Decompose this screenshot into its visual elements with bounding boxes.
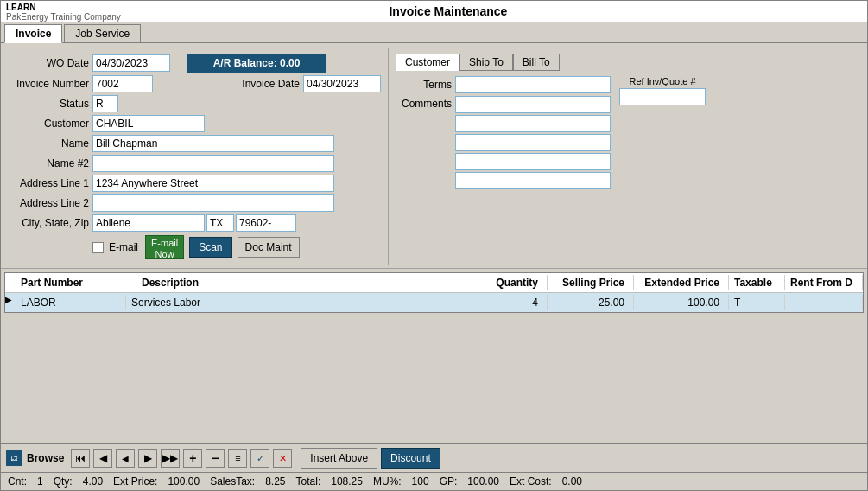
grid-header: Part Number Description Quantity Selling…: [5, 273, 863, 293]
tab-bill-to[interactable]: Bill To: [513, 54, 560, 71]
comment-input-1[interactable]: [455, 96, 611, 113]
email-row: E-mail E-mailNow Scan Doc Maint: [92, 235, 381, 259]
col-header-ext: Extended Price: [634, 275, 729, 290]
invoice-number-row: Invoice Number Invoice Date: [11, 75, 381, 92]
qty-value: 4.00: [83, 475, 103, 488]
col-header-tax: Taxable: [729, 275, 785, 290]
address2-input[interactable]: [92, 194, 334, 212]
table-row[interactable]: ▶ LABOR Services Labor 4 25.00 100.00 T: [5, 293, 863, 312]
bottom-toolbar: 🗂 Browse ⏮ ◀ ◀ ▶ ▶▶ + − ≡ ✓ ✕ Insert Abo…: [1, 443, 867, 472]
row-rent: [785, 295, 863, 310]
comments-section: Comments: [396, 96, 611, 189]
browse-icon: 🗂: [6, 450, 22, 466]
row-qty: 4: [478, 295, 548, 310]
name-label: Name: [11, 137, 89, 150]
customer-row: Customer: [11, 115, 381, 132]
col-header-part: Part Number: [16, 275, 136, 290]
customer-input[interactable]: [92, 115, 205, 132]
ref-label: Ref Inv/Quote #: [629, 76, 695, 86]
email-checkbox[interactable]: [92, 242, 104, 253]
list-button[interactable]: ≡: [228, 449, 247, 468]
main-window: LEARN PakEnergy Training Company Invoice…: [0, 0, 868, 491]
discount-button[interactable]: Discount: [381, 448, 440, 469]
cnt-label: Cnt:: [8, 475, 27, 488]
email-label: E-mail: [109, 241, 138, 253]
city-input[interactable]: [92, 214, 205, 232]
ar-balance-button[interactable]: A/R Balance: 0.00: [187, 54, 326, 73]
add-button[interactable]: +: [183, 449, 202, 468]
name-row: Name: [11, 135, 381, 152]
row-sell: 25.00: [548, 295, 634, 310]
app-company-label: PakEnergy Training Company: [6, 12, 121, 22]
ext-price-value: 100.00: [168, 475, 200, 488]
name2-input[interactable]: [92, 155, 334, 172]
nav-prev-prev-button[interactable]: ◀: [93, 449, 112, 468]
invoice-date-input[interactable]: [303, 75, 381, 92]
ref-section: Ref Inv/Quote #: [619, 76, 706, 105]
right-tabs: Customer Ship To Bill To: [396, 54, 857, 71]
app-learn-label: LEARN: [6, 3, 121, 12]
tab-invoice[interactable]: Invoice: [4, 24, 62, 43]
comment-input-2[interactable]: [455, 115, 611, 132]
ext-cost-value: 0.00: [562, 475, 582, 488]
status-input[interactable]: [92, 95, 118, 112]
address1-input[interactable]: [92, 175, 334, 192]
name-input[interactable]: [92, 135, 334, 152]
comment-input-5[interactable]: [455, 172, 611, 189]
comments-fields: [455, 96, 611, 189]
row-part: LABOR: [16, 295, 126, 310]
mu-value: 100: [412, 475, 429, 488]
scan-button[interactable]: Scan: [189, 237, 231, 258]
status-bar: Cnt: 1 Qty: 4.00 Ext Price: 100.00 Sales…: [1, 472, 867, 490]
city-state-zip-label: City, State, Zip: [11, 217, 89, 229]
right-panel: Customer Ship To Bill To Terms Comments: [389, 48, 864, 265]
check-button[interactable]: ✓: [250, 449, 269, 468]
email-now-button[interactable]: E-mailNow: [145, 235, 184, 259]
customer-form-left: Terms Comments: [396, 76, 611, 191]
address2-row: Address Line 2: [11, 194, 381, 212]
name2-row: Name #2: [11, 155, 381, 172]
nav-next-button[interactable]: ▶: [138, 449, 157, 468]
customer-form-right: Ref Inv/Quote #: [619, 76, 706, 191]
status-label: Status: [11, 98, 89, 110]
col-header-sell: Selling Price: [548, 275, 634, 290]
x-button[interactable]: ✕: [273, 449, 292, 468]
doc-maint-button[interactable]: Doc Maint: [238, 237, 300, 258]
row-tax: T: [729, 295, 785, 310]
upper-section: WO Date A/R Balance: 0.00 Invoice Number…: [1, 43, 867, 269]
comment-input-3[interactable]: [455, 134, 611, 151]
terms-label: Terms: [396, 79, 452, 91]
status-row: Status: [11, 95, 381, 112]
ref-input[interactable]: [619, 88, 706, 105]
qty-label: Qty:: [54, 475, 73, 488]
insert-above-button[interactable]: Insert Above: [301, 448, 377, 469]
col-header-desc: Description: [136, 275, 478, 290]
terms-input[interactable]: [455, 76, 611, 93]
gp-label: GP:: [440, 475, 458, 488]
main-tabs: Invoice Job Service: [1, 22, 867, 43]
wo-date-row: WO Date A/R Balance: 0.00: [11, 54, 381, 73]
wo-date-input[interactable]: [92, 54, 170, 72]
row-ext: 100.00: [634, 295, 729, 310]
state-input[interactable]: [206, 214, 234, 232]
address1-row: Address Line 1: [11, 175, 381, 192]
invoice-number-input[interactable]: [92, 75, 153, 92]
address2-label: Address Line 2: [11, 197, 89, 209]
col-header-rent: Rent From D: [785, 275, 863, 290]
remove-button[interactable]: −: [206, 449, 225, 468]
browse-label: Browse: [27, 452, 64, 464]
nav-prev-button[interactable]: ◀: [116, 449, 135, 468]
zip-input[interactable]: [236, 214, 296, 232]
tab-job-service[interactable]: Job Service: [64, 24, 141, 42]
invoice-number-label: Invoice Number: [11, 78, 89, 90]
window-title: Invoice Maintenance: [121, 3, 776, 20]
tab-ship-to[interactable]: Ship To: [459, 54, 513, 71]
mu-label: MU%:: [373, 475, 402, 488]
nav-last-button[interactable]: ▶▶: [161, 449, 180, 468]
comment-input-4[interactable]: [455, 153, 611, 170]
gp-value: 100.00: [467, 475, 499, 488]
terms-row: Terms: [396, 76, 611, 93]
city-state-zip-row: City, State, Zip: [11, 214, 381, 232]
tab-customer[interactable]: Customer: [396, 54, 459, 71]
nav-first-button[interactable]: ⏮: [71, 449, 90, 468]
